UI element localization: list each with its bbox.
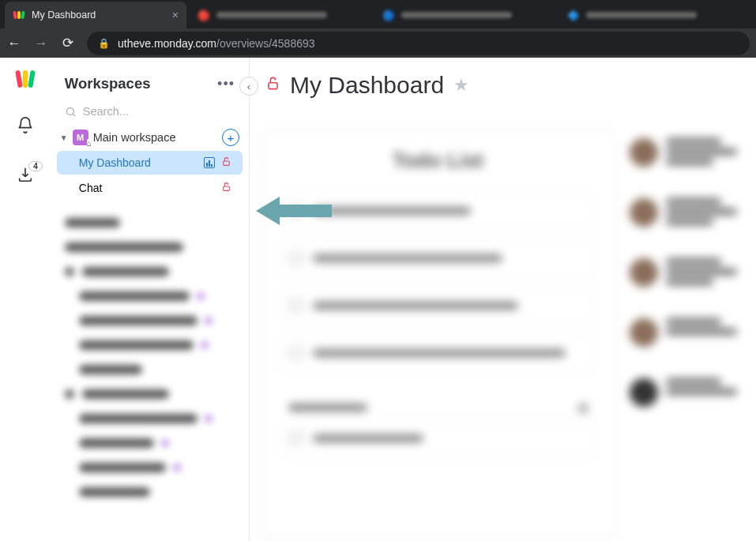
collapse-sidebar-button[interactable]: ‹ — [239, 77, 258, 96]
page-title: My Dashboard — [290, 72, 444, 99]
lock-icon — [265, 76, 280, 95]
workspace-avatar: M ⌂ — [73, 130, 88, 145]
tab-title: My Dashboard — [32, 9, 96, 21]
chevron-down-icon[interactable]: ▼ — [60, 133, 68, 142]
add-board-button[interactable]: + — [222, 129, 239, 146]
monday-logo[interactable] — [17, 70, 34, 88]
back-button[interactable]: ← — [6, 36, 22, 51]
svg-rect-2 — [224, 161, 230, 165]
tab-strip: My Dashboard × 🔴 🔵 🔷 — [0, 0, 756, 28]
address-bar[interactable]: 🔒 utheve.monday.com/overviews/4588693 — [87, 32, 750, 55]
favorite-star-icon[interactable]: ★ — [453, 75, 469, 96]
inbox-icon[interactable]: 4 — [17, 166, 34, 187]
browser-tab-active[interactable]: My Dashboard × — [5, 2, 186, 28]
dashboard-icon — [204, 157, 215, 168]
close-tab-icon[interactable]: × — [172, 9, 179, 21]
sidebar-item-label: My Dashboard — [79, 156, 197, 169]
todo-title: Todo List — [282, 148, 594, 173]
lock-icon: 🔒 — [98, 38, 110, 49]
browser-tab-bg[interactable]: 🔷 — [559, 2, 741, 28]
reload-button[interactable]: ⟳ — [60, 35, 76, 51]
forward-button[interactable]: → — [33, 36, 49, 51]
workspace-row[interactable]: ▼ M ⌂ Main workspace + — [51, 126, 249, 149]
inbox-badge: 4 — [28, 161, 43, 171]
browser-toolbar: ← → ⟳ 🔒 utheve.monday.com/overviews/4588… — [0, 28, 756, 58]
url-path: /overviews/4588693 — [216, 37, 315, 50]
left-rail: 4 — [0, 58, 51, 541]
monday-favicon — [13, 9, 25, 21]
sidebar-title: Workspaces — [65, 75, 151, 92]
sidebar-item-chat[interactable]: Chat — [57, 176, 243, 200]
search-placeholder: Search... — [83, 105, 129, 118]
sidebar-blurred-section — [51, 201, 249, 503]
todo-widget: Todo List — [262, 129, 614, 541]
svg-point-0 — [66, 107, 73, 115]
lock-icon — [221, 156, 231, 169]
sidebar-item-label: Chat — [79, 182, 215, 194]
svg-rect-4 — [269, 83, 277, 89]
home-icon: ⌂ — [87, 139, 92, 148]
page-header: My Dashboard ★ — [250, 58, 756, 113]
sidebar-item-my-dashboard[interactable]: My Dashboard — [57, 151, 243, 175]
svg-rect-3 — [224, 186, 230, 190]
people-widget — [630, 129, 756, 541]
search-icon — [65, 106, 77, 118]
sidebar-menu-icon[interactable]: ••• — [217, 76, 235, 92]
lock-icon — [221, 182, 231, 194]
url-domain: utheve.monday.com — [118, 37, 216, 50]
svg-line-1 — [73, 114, 75, 116]
workspace-name: Main workspace — [93, 131, 217, 144]
browser-tab-bg[interactable]: 🔴 — [190, 2, 371, 28]
browser-tab-bg[interactable]: 🔵 — [374, 2, 556, 28]
sidebar-search[interactable]: Search... — [51, 100, 249, 126]
browser-chrome: My Dashboard × 🔴 🔵 🔷 ← → ⟳ 🔒 utheve.mond… — [0, 0, 756, 58]
dashboard-content-blurred: Todo List — [250, 113, 756, 541]
sidebar: ‹ Workspaces ••• Search... ▼ M ⌂ Main wo… — [51, 58, 250, 541]
main-content: My Dashboard ★ Todo List — [250, 58, 756, 541]
notifications-icon[interactable] — [17, 116, 34, 137]
